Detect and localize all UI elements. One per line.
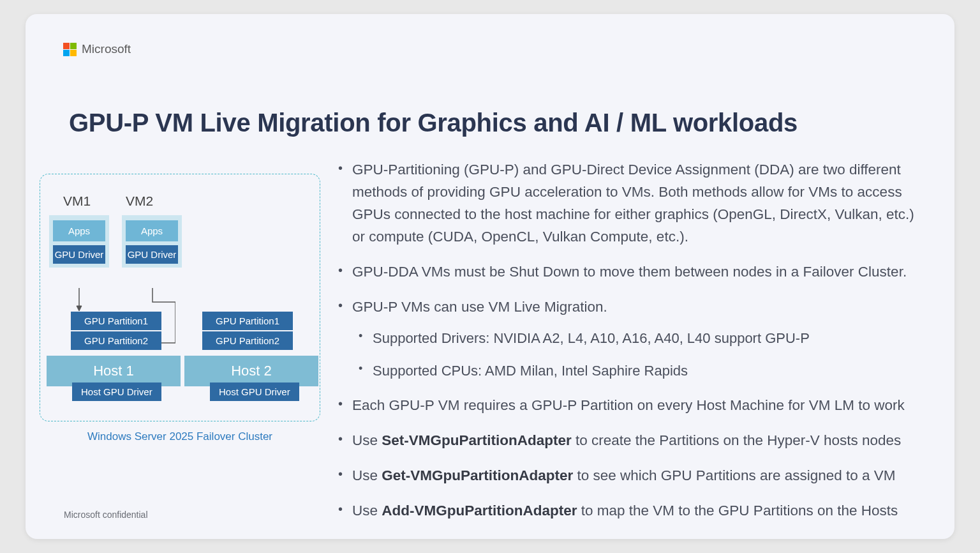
svg-marker-1: [77, 306, 82, 311]
bullet-4: Each GPU-P VM requires a GPU-P Partition…: [332, 394, 916, 416]
bullet-3-text: GPU-P VMs can use VM Live Migration.: [352, 299, 607, 315]
bullet-1: GPU-Partitioning (GPU-P) and GPU-Direct …: [332, 158, 916, 248]
vm2-label: VM2: [126, 193, 153, 209]
vm1-apps: Apps: [53, 220, 105, 241]
bullet-5: Use Set-VMGpuPartitionAdapter to create …: [332, 429, 916, 451]
host1-partition2: GPU Partition2: [71, 331, 161, 350]
vm1-label: VM1: [63, 193, 91, 209]
bullet-6: Use Get-VMGpuPartitionAdapter to see whi…: [332, 464, 916, 487]
microsoft-logo-icon: [63, 42, 77, 56]
bullet-3-sub2: Supported CPUs: AMD Milan, Intel Saphire…: [352, 360, 916, 381]
slide-title: GPU-P VM Live Migration for Graphics and…: [69, 109, 798, 137]
brand-text: Microsoft: [82, 42, 131, 56]
cmd-set: Set-VMGpuPartitionAdapter: [382, 432, 572, 448]
host1-gpu-driver: Host GPU Driver: [72, 383, 161, 401]
diagram-caption: Windows Server 2025 Failover Cluster: [40, 430, 320, 443]
slide: Microsoft GPU-P VM Live Migration for Gr…: [26, 14, 954, 539]
footer-confidential: Microsoft confidential: [64, 510, 148, 520]
vm1-box: Apps GPU Driver: [49, 215, 109, 268]
brand-row: Microsoft: [63, 42, 131, 56]
bullet-3: GPU-P VMs can use VM Live Migration. Sup…: [332, 296, 916, 381]
host2-partition2: GPU Partition2: [202, 331, 293, 350]
host2-partition1: GPU Partition1: [202, 312, 293, 330]
vm2-gpu-driver: GPU Driver: [126, 245, 178, 264]
host1-box: Host 1: [47, 356, 181, 386]
arrow-vm1-to-partition-icon: [75, 288, 83, 312]
cluster-box: VM1 VM2 Apps GPU Driver Apps GPU Driver …: [40, 174, 320, 421]
cmd-get: Get-VMGpuPartitionAdapter: [382, 467, 573, 483]
content-bullets: GPU-Partitioning (GPU-P) and GPU-Direct …: [332, 158, 916, 534]
host1-partitions: GPU Partition1 GPU Partition2: [71, 312, 161, 350]
host2-box: Host 2: [184, 356, 318, 386]
vm2-box: Apps GPU Driver: [122, 215, 182, 268]
vm1-gpu-driver: GPU Driver: [53, 245, 105, 264]
bullet-2: GPU-DDA VMs must be Shut Down to move th…: [332, 261, 916, 283]
bullet-7: Use Add-VMGpuPartitionAdapter to map the…: [332, 499, 916, 522]
bullet-3-sub1: Supported Drivers: NVIDIA A2, L4, A10, A…: [352, 328, 916, 349]
diagram: VM1 VM2 Apps GPU Driver Apps GPU Driver …: [40, 174, 322, 443]
host2-partitions: GPU Partition1 GPU Partition2: [202, 312, 293, 350]
host2-gpu-driver: Host GPU Driver: [210, 383, 299, 401]
host1-partition1: GPU Partition1: [71, 312, 161, 330]
vm2-apps: Apps: [126, 220, 178, 241]
cmd-add: Add-VMGpuPartitionAdapter: [382, 503, 577, 519]
